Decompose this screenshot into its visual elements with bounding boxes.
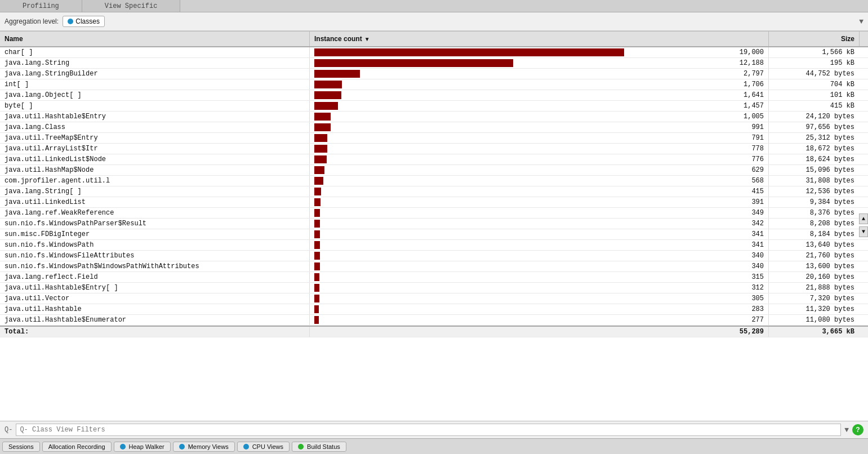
cell-instance-4: 1,641: [310, 90, 769, 100]
bottom-btn-2[interactable]: Heap Walker: [114, 442, 171, 452]
table-row[interactable]: java.lang.String 12,188 195 kB: [0, 58, 868, 69]
tab-view-specific[interactable]: View Specific: [82, 0, 181, 12]
side-arrow-down[interactable]: ▼: [859, 226, 868, 237]
cell-size-23: 7,320 bytes: [769, 293, 859, 304]
instance-bar-18: [314, 241, 729, 249]
instance-bar-9: [314, 145, 729, 153]
header-instance-count[interactable]: Instance count ▼: [310, 32, 769, 46]
bottom-btn-5[interactable]: Build Status: [292, 442, 346, 452]
table-row[interactable]: char[ ] 19,000 1,566 kB: [0, 47, 868, 58]
data-table: Name Instance count ▼ Size char[ ] 19,00…: [0, 31, 868, 421]
cell-name-8: java.util.TreeMap$Entry: [0, 133, 310, 143]
cell-size-25: 11,080 bytes: [769, 315, 859, 325]
table-row[interactable]: byte[ ] 1,457 415 kB: [0, 101, 868, 112]
table-row[interactable]: java.lang.StringBuilder 2,797 44,752 byt…: [0, 69, 868, 79]
top-nav-bar: Profiling View Specific: [0, 0, 868, 12]
cell-name-16: sun.nio.fs.WindowsPathParser$Result: [0, 219, 310, 229]
cell-name-24: java.util.Hashtable: [0, 304, 310, 314]
bar-fill-22: [314, 284, 319, 292]
cell-name-1: java.lang.String: [0, 58, 310, 68]
aggregation-expand-arrow[interactable]: ▼: [859, 17, 863, 26]
table-row[interactable]: com.jprofiler.agent.util.l 568 31,808 by…: [0, 176, 868, 186]
aggregation-dropdown[interactable]: Classes: [63, 16, 105, 27]
cell-size-2: 44,752 bytes: [769, 69, 859, 79]
table-row[interactable]: java.util.Hashtable 283 11,320 bytes: [0, 304, 868, 315]
header-size: Size: [769, 32, 859, 46]
cell-size-18: 13,640 bytes: [769, 240, 859, 250]
bottom-btn-0[interactable]: Sessions: [2, 442, 40, 452]
bar-fill-20: [314, 262, 320, 270]
instance-count-13: 415: [733, 188, 764, 195]
table-row[interactable]: sun.nio.fs.WindowsPathParser$Result 342 …: [0, 219, 868, 229]
cell-size-0: 1,566 kB: [769, 47, 859, 57]
bottom-btn-1[interactable]: Allocation Recording: [42, 442, 112, 452]
cell-size-5: 415 kB: [769, 101, 859, 111]
cell-name-10: java.util.LinkedList$Node: [0, 154, 310, 164]
aggregation-bar: Aggregation level: Classes ▼: [0, 12, 868, 31]
cell-name-4: java.lang.Object[ ]: [0, 90, 310, 100]
help-button[interactable]: ?: [852, 424, 863, 435]
bar-fill-3: [314, 81, 342, 88]
table-row[interactable]: java.util.LinkedList$Node 776 18,624 byt…: [0, 154, 868, 165]
instance-bar-20: [314, 262, 729, 270]
bar-fill-17: [314, 230, 320, 238]
cell-size-1: 195 kB: [769, 58, 859, 68]
table-row[interactable]: java.util.LinkedList 391 9,384 bytes: [0, 197, 868, 208]
bar-fill-7: [314, 123, 331, 131]
cell-instance-0: 19,000: [310, 47, 769, 57]
cell-instance-21: 315: [310, 272, 769, 282]
table-row[interactable]: java.util.ArrayList$Itr 778 18,672 bytes: [0, 144, 868, 154]
table-row[interactable]: java.lang.reflect.Field 315 20,160 bytes: [0, 272, 868, 283]
table-row[interactable]: java.util.HashMap$Node 629 15,096 bytes: [0, 165, 868, 176]
filter-dropdown-arrow[interactable]: ▼: [844, 426, 849, 434]
cell-instance-16: 342: [310, 219, 769, 229]
table-row[interactable]: int[ ] 1,706 704 kB: [0, 79, 868, 90]
table-row[interactable]: java.util.TreeMap$Entry 791 25,312 bytes: [0, 133, 868, 144]
table-row[interactable]: java.util.Hashtable$Enumerator 277 11,08…: [0, 315, 868, 326]
instance-count-23: 305: [733, 295, 764, 302]
instance-bar-10: [314, 155, 729, 163]
table-row[interactable]: java.lang.ref.WeakReference 349 8,376 by…: [0, 208, 868, 219]
cell-name-22: java.util.Hashtable$Entry[ ]: [0, 283, 310, 293]
instance-count-24: 283: [733, 305, 764, 313]
cell-instance-6: 1,005: [310, 112, 769, 122]
instance-count-22: 312: [733, 284, 764, 292]
instance-bar-22: [314, 284, 729, 292]
total-count: 55,289: [310, 327, 769, 337]
instance-bar-15: [314, 209, 729, 217]
instance-bar-25: [314, 316, 729, 324]
table-row[interactable]: java.lang.Object[ ] 1,641 101 kB: [0, 90, 868, 101]
cell-size-20: 13,600 bytes: [769, 261, 859, 271]
instance-bar-13: [314, 188, 729, 195]
cell-instance-1: 12,188: [310, 58, 769, 68]
cell-name-25: java.util.Hashtable$Enumerator: [0, 315, 310, 325]
table-row[interactable]: sun.nio.fs.WindowsPath 341 13,640 bytes: [0, 240, 868, 251]
tab-profiling[interactable]: Profiling: [0, 0, 82, 12]
instance-count-3: 1,706: [733, 81, 764, 88]
cell-size-14: 9,384 bytes: [769, 197, 859, 207]
instance-count-12: 568: [733, 177, 764, 185]
table-row[interactable]: java.util.Hashtable$Entry 1,005 24,120 b…: [0, 112, 868, 122]
cell-size-19: 21,760 bytes: [769, 251, 859, 261]
cell-instance-20: 340: [310, 261, 769, 271]
table-row[interactable]: java.lang.String[ ] 415 12,536 bytes: [0, 186, 868, 197]
table-row[interactable]: java.lang.Class 991 97,656 bytes: [0, 122, 868, 133]
bottom-btn-4[interactable]: CPU Views: [237, 442, 290, 452]
filter-input[interactable]: [16, 424, 841, 436]
bar-fill-1: [314, 59, 513, 67]
table-row[interactable]: sun.nio.fs.WindowsPath$WindowsPathWithAt…: [0, 261, 868, 272]
side-arrow-up[interactable]: ▲: [859, 213, 868, 224]
cell-instance-25: 277: [310, 315, 769, 325]
cell-instance-7: 991: [310, 122, 769, 132]
bottom-btn-3[interactable]: Memory Views: [173, 442, 235, 452]
instance-bar-17: [314, 230, 729, 238]
cell-instance-10: 776: [310, 154, 769, 164]
table-row[interactable]: sun.misc.FDBigInteger 341 8,184 bytes: [0, 229, 868, 240]
table-row[interactable]: sun.nio.fs.WindowsFileAttributes 340 21,…: [0, 251, 868, 261]
cell-name-2: java.lang.StringBuilder: [0, 69, 310, 79]
table-row[interactable]: java.util.Hashtable$Entry[ ] 312 21,888 …: [0, 283, 868, 293]
instance-count-6: 1,005: [733, 113, 764, 121]
table-row[interactable]: java.util.Vector 305 7,320 bytes: [0, 293, 868, 304]
scrollbar-placeholder: [859, 32, 868, 46]
table-header: Name Instance count ▼ Size: [0, 32, 868, 47]
